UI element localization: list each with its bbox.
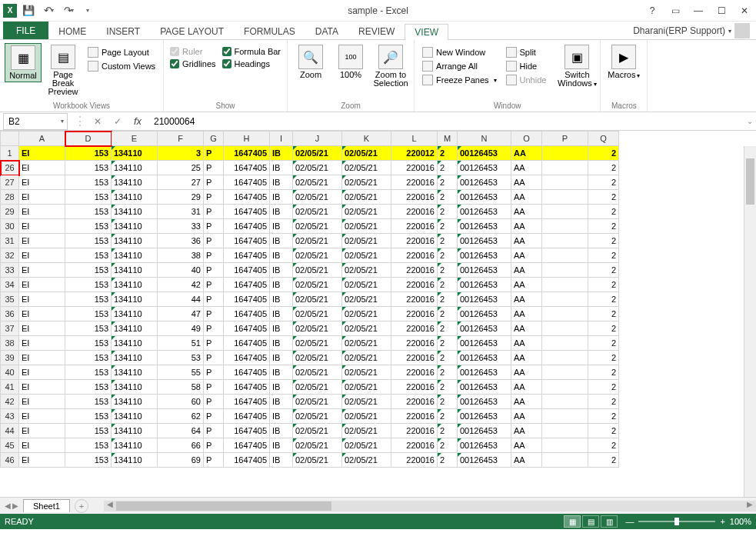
- cell[interactable]: 153: [65, 424, 112, 438]
- tab-page-layout[interactable]: PAGE LAYOUT: [150, 23, 234, 39]
- cell[interactable]: 00126453: [458, 395, 511, 409]
- cell[interactable]: 153: [65, 351, 112, 365]
- cell[interactable]: P: [204, 321, 224, 336]
- column-header-O[interactable]: O: [511, 132, 542, 146]
- cell[interactable]: 02/05/21: [293, 161, 342, 175]
- cell[interactable]: [542, 438, 588, 453]
- cell[interactable]: [542, 321, 588, 336]
- cell[interactable]: 00126453: [458, 205, 511, 219]
- cell[interactable]: IB: [270, 321, 293, 336]
- cell[interactable]: 55: [158, 365, 204, 380]
- cell[interactable]: 02/05/21: [293, 336, 342, 351]
- cell[interactable]: 153: [65, 321, 112, 336]
- cell[interactable]: 1647405: [224, 321, 270, 336]
- cell[interactable]: IB: [270, 278, 293, 292]
- cell[interactable]: 1647405: [224, 336, 270, 351]
- cell[interactable]: 220016: [391, 161, 438, 175]
- cell[interactable]: [542, 453, 588, 468]
- row-header-27[interactable]: 27: [1, 175, 19, 190]
- cell[interactable]: 02/05/21: [293, 453, 342, 468]
- cell[interactable]: 38: [158, 248, 204, 263]
- cell[interactable]: P: [204, 438, 224, 453]
- view-normal-icon[interactable]: ▦: [564, 515, 581, 528]
- cell[interactable]: 02/05/21: [342, 278, 391, 292]
- cell[interactable]: 153: [65, 161, 112, 175]
- cell[interactable]: 2: [438, 351, 458, 365]
- cell[interactable]: 2: [438, 219, 458, 234]
- cell[interactable]: 220016: [391, 409, 438, 424]
- cell[interactable]: 02/05/21: [293, 146, 342, 161]
- cell[interactable]: AA: [511, 205, 542, 219]
- cell[interactable]: 02/05/21: [293, 307, 342, 321]
- cell[interactable]: 02/05/21: [342, 351, 391, 365]
- cell[interactable]: 02/05/21: [342, 380, 391, 395]
- cell[interactable]: 134110: [112, 307, 158, 321]
- zoom-slider[interactable]: [638, 521, 715, 522]
- cell[interactable]: P: [204, 307, 224, 321]
- cell[interactable]: EI: [19, 395, 65, 409]
- cell[interactable]: 02/05/21: [293, 292, 342, 307]
- cell[interactable]: [542, 190, 588, 205]
- cell[interactable]: 134110: [112, 380, 158, 395]
- cell[interactable]: P: [204, 292, 224, 307]
- cell[interactable]: AA: [511, 336, 542, 351]
- ruler-checkbox[interactable]: Ruler: [168, 46, 217, 57]
- cell[interactable]: 2: [588, 336, 619, 351]
- cell[interactable]: 2: [588, 161, 619, 175]
- cell[interactable]: 1647405: [224, 278, 270, 292]
- cell[interactable]: 134110: [112, 438, 158, 453]
- cell[interactable]: 2: [588, 278, 619, 292]
- row-header-29[interactable]: 29: [1, 205, 19, 219]
- cell[interactable]: AA: [511, 365, 542, 380]
- cell[interactable]: EI: [19, 409, 65, 424]
- cell[interactable]: 29: [158, 190, 204, 205]
- cell[interactable]: EI: [19, 321, 65, 336]
- tab-home[interactable]: HOME: [48, 23, 96, 39]
- horizontal-scrollbar[interactable]: ◀▶: [104, 501, 756, 511]
- cell[interactable]: P: [204, 336, 224, 351]
- cell[interactable]: 220016: [391, 205, 438, 219]
- cell[interactable]: 2: [588, 380, 619, 395]
- row-header-31[interactable]: 31: [1, 234, 19, 248]
- cell[interactable]: [542, 175, 588, 190]
- formula-input[interactable]: [146, 114, 744, 129]
- zoom-level[interactable]: 100%: [730, 517, 751, 526]
- cell[interactable]: 1647405: [224, 219, 270, 234]
- cell[interactable]: EI: [19, 248, 65, 263]
- cell[interactable]: 02/05/21: [293, 190, 342, 205]
- cell[interactable]: IB: [270, 234, 293, 248]
- column-header-E[interactable]: E: [112, 132, 158, 146]
- cell[interactable]: 153: [65, 395, 112, 409]
- cell[interactable]: 00126453: [458, 307, 511, 321]
- cell[interactable]: P: [204, 146, 224, 161]
- expand-formula-bar[interactable]: ⌄: [744, 117, 756, 125]
- cell[interactable]: [542, 380, 588, 395]
- cancel-formula-button[interactable]: ✕: [89, 114, 106, 129]
- cell[interactable]: 1647405: [224, 453, 270, 468]
- cell[interactable]: 1647405: [224, 395, 270, 409]
- zoom-100-button[interactable]: 100100%: [332, 43, 369, 81]
- tab-data[interactable]: DATA: [305, 23, 348, 39]
- cell[interactable]: 00126453: [458, 453, 511, 468]
- cell[interactable]: AA: [511, 292, 542, 307]
- cell[interactable]: 2: [438, 234, 458, 248]
- cell[interactable]: [542, 307, 588, 321]
- cell[interactable]: 02/05/21: [342, 438, 391, 453]
- cell[interactable]: 2: [588, 395, 619, 409]
- cell[interactable]: 220016: [391, 278, 438, 292]
- cell[interactable]: 153: [65, 175, 112, 190]
- cell[interactable]: IB: [270, 190, 293, 205]
- cell[interactable]: 220016: [391, 307, 438, 321]
- cell[interactable]: AA: [511, 190, 542, 205]
- cell[interactable]: 134110: [112, 175, 158, 190]
- cell[interactable]: [542, 234, 588, 248]
- save-button[interactable]: 💾: [20, 2, 37, 19]
- cell[interactable]: 02/05/21: [342, 234, 391, 248]
- cell[interactable]: 02/05/21: [342, 205, 391, 219]
- column-header-A[interactable]: A: [19, 132, 65, 146]
- cell[interactable]: AA: [511, 438, 542, 453]
- cell[interactable]: P: [204, 234, 224, 248]
- cell[interactable]: 2: [438, 292, 458, 307]
- help-button[interactable]: ?: [641, 2, 664, 20]
- cell[interactable]: 2: [588, 292, 619, 307]
